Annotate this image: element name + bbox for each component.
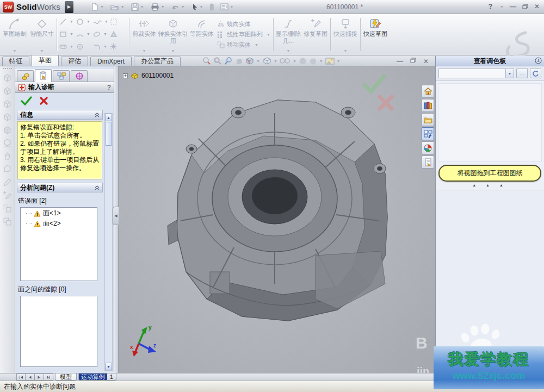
gaps-list[interactable] xyxy=(20,296,97,367)
combo-dropdown-icon[interactable]: ▼ xyxy=(505,69,514,78)
next-tab-button[interactable] xyxy=(35,374,44,381)
convert-entities-button[interactable]: 转换实体引用 ▼ xyxy=(158,15,188,54)
save-button[interactable]: ▼ xyxy=(128,3,147,11)
print-button[interactable]: ▼ xyxy=(147,3,168,11)
refresh-button[interactable] xyxy=(530,69,541,78)
doc-close-button[interactable]: ✕ xyxy=(423,58,429,65)
pane-resize-grip[interactable]: ▲ ▲ ▲ xyxy=(436,183,544,187)
analyze-problem-header[interactable]: 分析问题(Z) xyxy=(17,183,103,192)
browse-button[interactable]: … xyxy=(516,69,528,78)
repair-sketch-button[interactable]: 修复草图 xyxy=(302,15,329,54)
hidden-lines-removed-button[interactable] xyxy=(3,99,12,109)
3d-sketch-button-left[interactable] xyxy=(3,191,12,200)
list-item[interactable]: 面<2> xyxy=(21,218,97,228)
faulty-faces-list[interactable]: 面<1> 面<2> xyxy=(20,207,97,281)
shadows-view-button[interactable] xyxy=(3,139,12,148)
cancel-button[interactable] xyxy=(40,97,48,105)
partial-entities-tool[interactable] xyxy=(110,18,127,26)
arc-tool[interactable]: ▼ xyxy=(76,30,93,38)
scroll-thumb[interactable] xyxy=(105,122,112,146)
spline-tool[interactable]: ▼ xyxy=(93,18,110,26)
tab-sketch[interactable]: 草图 xyxy=(32,55,59,66)
pin-icon[interactable] xyxy=(535,57,542,64)
display-delete-relations-button[interactable]: 显示/删除几... ▼ xyxy=(275,15,302,54)
zoom-fit-button[interactable] xyxy=(202,57,211,65)
help-dropdown[interactable]: ▼ xyxy=(500,5,504,9)
close-button[interactable]: ✕ xyxy=(534,3,540,10)
tab-dimxpert[interactable]: DimXpert xyxy=(90,57,132,66)
help-button[interactable]: ? xyxy=(489,3,492,10)
scene-button[interactable]: ▼ xyxy=(325,57,341,65)
configuration-manager-tab[interactable] xyxy=(53,70,70,82)
section-view-button-left[interactable] xyxy=(3,165,12,174)
edit-appearance-button[interactable]: ▼ xyxy=(309,57,323,65)
smart-dimension-button[interactable]: 智能尺寸 ▼ xyxy=(28,15,55,54)
circle-tool[interactable]: ▼ xyxy=(76,18,93,26)
feature-manager-tab[interactable] xyxy=(17,70,34,82)
doc-minimize-button[interactable]: — xyxy=(397,58,403,65)
previous-tab-button[interactable] xyxy=(26,374,35,381)
scroll-down-button[interactable]: ▼ xyxy=(105,363,112,370)
file-explorer-button[interactable] xyxy=(422,113,434,126)
tab-office-products[interactable]: 办公室产品 xyxy=(134,57,181,66)
last-tab-button[interactable] xyxy=(44,374,53,381)
design-library-button[interactable] xyxy=(422,99,434,112)
model-tab[interactable]: 模型 xyxy=(55,374,77,381)
collapse-icon[interactable] xyxy=(95,113,100,117)
offset-entities-button[interactable]: 等距实体 xyxy=(188,15,215,54)
select-button[interactable]: ▼ xyxy=(188,3,207,11)
pin-button[interactable] xyxy=(207,3,217,11)
move-view-button-left[interactable] xyxy=(3,204,12,213)
move-entities-button[interactable]: 移动实体▼ xyxy=(217,41,270,49)
wireframe-view-button[interactable] xyxy=(3,73,12,83)
hidden-lines-visible-button[interactable] xyxy=(3,86,12,96)
trim-entities-button[interactable]: 剪裁实体 ▼ xyxy=(131,15,158,54)
view-orientation-button[interactable]: ▼ xyxy=(262,57,277,65)
slot-tool[interactable]: ▼ xyxy=(59,44,76,49)
perspective-view-button[interactable] xyxy=(3,152,12,161)
scroll-up-button[interactable]: ▲ xyxy=(105,114,112,121)
zoom-area-button[interactable] xyxy=(213,57,222,65)
star-tool[interactable] xyxy=(110,43,127,50)
previous-view-button[interactable] xyxy=(235,57,243,65)
point-tool[interactable] xyxy=(76,43,93,51)
tab-evaluate[interactable]: 评估 xyxy=(61,57,88,66)
first-tab-button[interactable] xyxy=(16,374,26,381)
dimxpert-manager-tab[interactable] xyxy=(71,70,88,82)
restore-button[interactable] xyxy=(522,4,528,9)
new-document-button[interactable]: ▼ xyxy=(88,3,107,11)
confirmation-corner[interactable] xyxy=(361,73,400,115)
solidworks-resources-button[interactable] xyxy=(422,85,434,98)
copy-view-button-left[interactable] xyxy=(3,217,12,226)
rectangle-tool[interactable]: ▼ xyxy=(59,30,76,38)
magnifier-button[interactable] xyxy=(224,57,233,65)
options-button[interactable]: ▼ xyxy=(217,3,237,10)
message-group-header[interactable]: 信息 xyxy=(17,110,103,120)
task-pane-header[interactable]: 查看调色板 xyxy=(436,56,544,66)
line-tool[interactable]: ▼ xyxy=(59,18,76,26)
collapse-icon[interactable] xyxy=(95,185,100,190)
panel-help-button[interactable]: ? xyxy=(107,84,111,91)
tree-expander[interactable]: + xyxy=(123,73,128,78)
doc-restore-button[interactable] xyxy=(410,58,416,65)
shaded-view-button[interactable] xyxy=(3,126,12,135)
sketch-tool-button-left[interactable] xyxy=(3,178,12,187)
minimize-button[interactable]: — xyxy=(510,3,516,10)
appearance-button[interactable] xyxy=(299,57,307,65)
linear-pattern-button[interactable]: 线性草图阵列▼ xyxy=(217,30,270,39)
motion-study-tab[interactable]: 运动算例 1 xyxy=(78,374,116,381)
ellipse-tool[interactable]: ▼ xyxy=(93,30,110,38)
quick-snaps-button[interactable]: 快速捕捉 ▼ xyxy=(332,15,359,54)
document-combo-box[interactable]: ▼ xyxy=(438,69,514,78)
rapid-sketch-button[interactable]: 快速草图 xyxy=(362,15,389,54)
graphics-viewport[interactable]: + 601100001 xyxy=(119,66,435,373)
shaded-with-edges-button[interactable] xyxy=(3,113,12,122)
appearances-scenes-button[interactable] xyxy=(422,141,434,154)
flyout-feature-tree[interactable]: + 601100001 xyxy=(123,72,174,79)
panel-splitter[interactable]: ◀ xyxy=(114,66,119,373)
tab-features[interactable]: 特征 xyxy=(2,57,29,66)
mirror-entities-button[interactable]: 镜向实体 xyxy=(217,20,270,28)
menu-flyout-button[interactable]: ▶ xyxy=(65,1,73,13)
hide-show-items-button[interactable]: ▼ xyxy=(280,58,296,64)
polygon-tool[interactable] xyxy=(110,30,127,38)
